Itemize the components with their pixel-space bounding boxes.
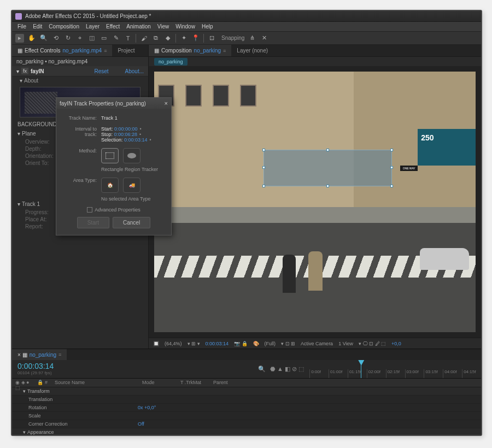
tab-close-icon[interactable]: ≡ bbox=[104, 48, 107, 54]
tracking-region[interactable] bbox=[263, 150, 392, 186]
menu-help[interactable]: Help bbox=[198, 23, 216, 30]
roto-tool-icon[interactable]: ✦ bbox=[179, 34, 188, 43]
timeline-timecode[interactable]: 0:00:03:14 bbox=[17, 362, 247, 370]
handle-icon[interactable] bbox=[390, 166, 393, 169]
video-awning bbox=[418, 129, 476, 166]
method-label: Method: bbox=[64, 148, 101, 154]
reset-link[interactable]: Reset bbox=[94, 68, 108, 74]
color-mgmt-icon[interactable]: 🎨 bbox=[253, 341, 259, 346]
menu-animation[interactable]: Animation bbox=[123, 23, 154, 30]
text-tool-icon[interactable]: T bbox=[124, 34, 132, 43]
handle-icon[interactable] bbox=[262, 185, 265, 187]
handle-icon[interactable] bbox=[390, 185, 393, 187]
handle-icon[interactable] bbox=[262, 166, 265, 169]
snapping-label[interactable]: Snapping bbox=[221, 35, 244, 41]
window-title: Adobe After Effects CC 2015 - Untitled P… bbox=[25, 13, 151, 19]
view-opts-icon[interactable]: ▾ 🖵 ⊡ 🖉 ⬚ bbox=[359, 341, 386, 346]
tab-project[interactable]: Project bbox=[112, 45, 140, 56]
row-rotation[interactable]: Rotation0x +0,0° bbox=[12, 404, 481, 412]
tab-timeline-comp[interactable]: × ▦ no_parking ≡ bbox=[12, 349, 67, 360]
snap-opt1-icon[interactable]: ⋔ bbox=[248, 34, 256, 43]
clone-tool-icon[interactable]: ⧉ bbox=[151, 34, 160, 43]
rect-tool-icon[interactable]: ▭ bbox=[99, 34, 108, 43]
rect-tracker-icon[interactable] bbox=[101, 148, 119, 163]
col-source[interactable]: Source Name bbox=[51, 379, 139, 387]
menu-layer[interactable]: Layer bbox=[83, 23, 103, 30]
magnify-icon[interactable]: 🔲 bbox=[153, 341, 159, 346]
tab-composition[interactable]: ▦ Composition no_parking ≡ bbox=[149, 45, 231, 56]
tab-effect-controls[interactable]: ▦ Effect Controls no_parking.mp4 ≡ bbox=[12, 45, 112, 56]
camera-dropdown[interactable]: Active Camera bbox=[301, 341, 333, 346]
search-icon[interactable]: 🔍 bbox=[258, 366, 266, 373]
corner-value[interactable]: Off bbox=[138, 421, 144, 427]
cloud-tracker-icon[interactable] bbox=[123, 148, 140, 163]
zoom-dropdown[interactable]: (64,4%) bbox=[165, 341, 182, 346]
orbit-tool-icon[interactable]: ⟲ bbox=[51, 34, 60, 43]
track-name-value[interactable]: Track 1 bbox=[101, 115, 163, 121]
cancel-button[interactable]: Cancel bbox=[113, 217, 150, 228]
snap-icon[interactable]: ⊡ bbox=[207, 34, 216, 43]
selection-time[interactable]: 0:00:03:14 bbox=[124, 137, 148, 143]
about-link[interactable]: About... bbox=[125, 68, 144, 74]
exposure-value[interactable]: +0,0 bbox=[391, 341, 401, 346]
area-truck-icon[interactable]: 🚚 bbox=[123, 178, 140, 193]
about-section[interactable]: ▾About bbox=[12, 76, 148, 85]
brush-tool-icon[interactable]: 🖌 bbox=[139, 34, 148, 43]
row-translation[interactable]: Translation bbox=[12, 396, 481, 404]
titlebar: Adobe After Effects CC 2015 - Untitled P… bbox=[12, 11, 481, 22]
row-appearance[interactable]: ▾Appearance bbox=[12, 428, 481, 436]
current-time[interactable]: 0:00:03:14 bbox=[206, 341, 229, 346]
handle-icon[interactable] bbox=[326, 149, 329, 151]
menu-edit[interactable]: Edit bbox=[30, 23, 45, 30]
menu-window[interactable]: Window bbox=[172, 23, 198, 30]
tab-close-icon[interactable]: ≡ bbox=[223, 48, 226, 54]
row-transform[interactable]: ▾Transform bbox=[12, 387, 481, 396]
zoom-tool-icon[interactable]: 🔍 bbox=[39, 34, 48, 43]
video-windows bbox=[158, 85, 256, 107]
handle-icon[interactable] bbox=[262, 149, 265, 151]
resolution-icon[interactable]: ▾ ⊞ ▾ bbox=[188, 341, 200, 346]
menu-view[interactable]: View bbox=[154, 23, 173, 30]
snapshot-icon[interactable]: 📷 🔒 bbox=[234, 341, 248, 346]
area-house-icon[interactable]: 🏠 bbox=[101, 178, 119, 193]
composition-viewer[interactable]: ONE WAY bbox=[149, 66, 481, 338]
dialog-titlebar[interactable]: fayIN Track Properties (no_parking) × bbox=[56, 98, 171, 109]
tl-toggle-icon[interactable]: ⬣ ▲ ◧ ⊘ ⬚ bbox=[270, 366, 304, 373]
fx-badge[interactable]: fx bbox=[21, 68, 28, 74]
advanced-properties-toggle[interactable]: Advanced Properties bbox=[64, 207, 163, 213]
row-scale[interactable]: Scale bbox=[12, 412, 481, 420]
effect-row[interactable]: ▾ fx fayIN Reset About... bbox=[12, 66, 148, 76]
grid-icon[interactable]: ▾ ⊡ ⊞ bbox=[281, 341, 295, 346]
tab-close-icon[interactable]: ≡ bbox=[58, 352, 61, 357]
playhead[interactable] bbox=[361, 360, 361, 378]
start-time[interactable]: 0:00:00:00 bbox=[114, 126, 138, 132]
menu-effect[interactable]: Effect bbox=[103, 23, 123, 30]
eraser-tool-icon[interactable]: ◆ bbox=[163, 34, 172, 43]
disclose-icon[interactable]: ▾ bbox=[16, 68, 19, 74]
handle-icon[interactable] bbox=[390, 149, 393, 151]
views-dropdown[interactable]: 1 View bbox=[338, 341, 353, 346]
checkbox-icon[interactable] bbox=[87, 207, 92, 213]
snap-opt2-icon[interactable]: ✕ bbox=[260, 34, 268, 43]
stop-time[interactable]: 0:00:06:28 bbox=[114, 132, 138, 137]
resolution-dropdown[interactable]: (Full) bbox=[265, 341, 276, 346]
disclose-icon: ▾ bbox=[17, 131, 20, 137]
row-corner-correction[interactable]: Corner CorrectionOff bbox=[12, 420, 481, 428]
pen-tool-icon[interactable]: ✎ bbox=[112, 34, 120, 43]
handle-icon[interactable] bbox=[326, 185, 329, 187]
rotation-value[interactable]: 0x +0,0° bbox=[138, 405, 156, 410]
menu-composition[interactable]: Composition bbox=[45, 23, 83, 30]
pan-behind-tool-icon[interactable]: ◫ bbox=[87, 34, 96, 43]
start-button[interactable]: Start bbox=[77, 217, 109, 228]
breadcrumb-item[interactable]: no_parking bbox=[154, 58, 188, 66]
selection-tool-icon[interactable]: ▸ bbox=[15, 34, 24, 43]
menu-file[interactable]: File bbox=[14, 23, 30, 30]
tab-layer[interactable]: Layer (none) bbox=[231, 45, 273, 56]
puppet-tool-icon[interactable]: 📍 bbox=[191, 34, 200, 43]
hand-tool-icon[interactable]: ✋ bbox=[27, 34, 36, 43]
camera-tool-icon[interactable]: ⌖ bbox=[75, 34, 84, 43]
rotate-tool-icon[interactable]: ↻ bbox=[63, 34, 72, 43]
timeline-ruler[interactable]: 0:00f 01:00f 01:15f 02:00f 02:15f 03:00f… bbox=[309, 360, 481, 378]
close-icon[interactable]: × bbox=[165, 100, 168, 107]
one-way-sign: ONE WAY bbox=[400, 166, 418, 171]
